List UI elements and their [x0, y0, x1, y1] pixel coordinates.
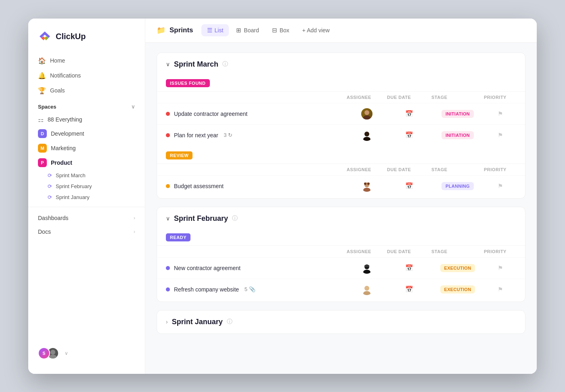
footer-chevron[interactable]: ∨ [65, 350, 68, 356]
task-stage-1: INITIATION [431, 110, 484, 118]
stage-badge-5: EXECUTION [440, 285, 475, 293]
sprint-march-info-icon[interactable]: ⓘ [222, 61, 228, 68]
col-stage-1: STAGE [431, 95, 484, 100]
sprint-february-label: Sprint February [56, 183, 92, 189]
flag-icon-4[interactable]: ⚑ [498, 264, 503, 272]
flag-icon-3[interactable]: ⚑ [498, 182, 503, 190]
stage-badge-1: INITIATION [442, 110, 474, 118]
task-count-5: 5 📎 [243, 286, 255, 292]
home-label: Home [50, 57, 65, 64]
box-icon: ⊟ [272, 27, 277, 34]
col-assignee-1: ASSIGNEE [347, 95, 387, 100]
sprint-january-label: Sprint January [56, 194, 90, 200]
sidebar-item-goals[interactable]: 🏆 Goals [28, 83, 145, 98]
task-stage-3: PLANNING [431, 182, 484, 190]
spaces-chevron[interactable]: ∨ [131, 104, 135, 110]
issues-found-badge: ISSUES FOUND [166, 79, 210, 87]
task-dot-3 [166, 184, 170, 188]
add-view-label: + Add view [302, 27, 330, 34]
col-stage-r: STAGE [431, 167, 484, 172]
logo-area: ClickUp [28, 30, 145, 53]
tab-board[interactable]: ⊞ Board [230, 24, 264, 36]
flag-icon-2[interactable]: ⚑ [498, 132, 503, 139]
col-duedate-r: DUE DATE [387, 167, 431, 172]
task-priority-1: ⚑ [484, 110, 516, 117]
svg-point-13 [363, 291, 370, 295]
sprint-january-info-icon[interactable]: ⓘ [227, 318, 232, 325]
col-duedate-1: DUE DATE [387, 95, 431, 100]
ready-badge: READY [166, 233, 190, 241]
calendar-icon-4[interactable]: 📅 [405, 264, 413, 272]
table-row[interactable]: Plan for next year 3 ↻ 📅 INITIA [157, 124, 525, 146]
sprint-march-icon: ⟳ [48, 172, 52, 178]
sprint-february-icon: ⟳ [48, 183, 52, 189]
group-issues-found-header: ISSUES FOUND [157, 75, 525, 91]
docs-arrow: › [134, 229, 135, 235]
sidebar-item-dashboards[interactable]: Dashboards › [28, 211, 145, 225]
col-task-label-ready [166, 249, 347, 254]
svg-point-7 [363, 188, 370, 192]
task-stage-2: INITIATION [431, 131, 484, 139]
sprint-february-toggle[interactable]: ∨ [166, 215, 170, 222]
col-priority-r: PRIORITY [484, 167, 516, 172]
svg-point-5 [363, 137, 370, 141]
page-title-text: Sprints [170, 26, 193, 34]
sprint-january-section: › Sprint January ⓘ [157, 310, 525, 334]
sidebar-item-sprint-february[interactable]: ⟳ Sprint February [28, 181, 145, 192]
flag-icon-5[interactable]: ⚑ [498, 286, 503, 293]
avatar-person2 [361, 130, 372, 141]
calendar-icon-3[interactable]: 📅 [405, 182, 413, 190]
user-avatar-stack: S [38, 347, 59, 359]
table-row[interactable]: Refresh company website 5 📎 📅 [157, 279, 525, 300]
sidebar-item-product[interactable]: P Product [28, 155, 145, 170]
sidebar-item-home[interactable]: 🏠 Home [28, 53, 145, 68]
sprint-february-header: ∨ Sprint February ⓘ [157, 207, 525, 229]
product-label: Product [51, 159, 72, 166]
view-tabs: ☰ List ⊞ Board ⊟ Box + Add view [201, 24, 335, 36]
flag-icon-1[interactable]: ⚑ [498, 110, 503, 117]
task-assignee-4 [347, 262, 387, 274]
sidebar-item-everything[interactable]: ⚏ 88 Everything [28, 113, 145, 126]
sidebar-item-notifications[interactable]: 🔔 Notifications [28, 68, 145, 83]
sidebar-item-marketing[interactable]: M Marketing [28, 141, 145, 155]
col-assignee-ready: ASSIGNEE [347, 249, 387, 254]
table-row[interactable]: Budget assessment 📅 PLANNING [157, 175, 525, 197]
development-label: Development [51, 130, 84, 137]
task-label-5: Refresh company website [174, 286, 239, 293]
tab-box[interactable]: ⊟ Box [266, 24, 295, 36]
sprint-january-toggle[interactable]: › [166, 319, 168, 325]
svg-point-4 [364, 132, 369, 136]
table-header-review: ASSIGNEE DUE DATE STAGE PRIORITY [157, 164, 525, 175]
sidebar-item-development[interactable]: D Development [28, 126, 145, 141]
add-view-button[interactable]: + Add view [297, 25, 335, 36]
table-row[interactable]: New contractor agreement 📅 EXECUTION [157, 257, 525, 279]
calendar-icon-1[interactable]: 📅 [405, 110, 413, 117]
task-label-3: Budget assessment [174, 183, 224, 189]
sidebar-item-sprint-january[interactable]: ⟳ Sprint January [28, 192, 145, 203]
task-dot-1 [166, 112, 170, 116]
sidebar-footer: S ∨ [28, 341, 145, 366]
sidebar-item-docs[interactable]: Docs › [28, 225, 145, 239]
table-row[interactable]: Update contractor agreement 📅 INITIATION [157, 103, 525, 124]
sprint-march-label: Sprint March [56, 172, 86, 178]
logo-text: ClickUp [56, 32, 86, 41]
home-icon: 🏠 [38, 57, 45, 65]
task-name-3: Budget assessment [166, 183, 347, 189]
tab-list[interactable]: ☰ List [201, 24, 229, 36]
sprint-march-toggle[interactable]: ∨ [166, 61, 170, 67]
docs-label: Docs [38, 228, 51, 235]
sprint-february-info-icon[interactable]: ⓘ [232, 215, 238, 222]
task-name-2: Plan for next year 3 ↻ [166, 132, 347, 138]
avatar-user-1: S [38, 347, 50, 359]
task-date-5: 📅 [387, 285, 431, 293]
task-date-1: 📅 [387, 110, 431, 117]
task-label-4: New contractor agreement [174, 265, 241, 271]
group-ready-header: READY [157, 229, 525, 245]
sidebar-item-sprint-march[interactable]: ⟳ Sprint March [28, 170, 145, 181]
group-review-header: REVIEW [157, 147, 525, 164]
list-icon: ☰ [207, 27, 212, 34]
calendar-icon-2[interactable]: 📅 [405, 131, 413, 139]
sprint-march-header: ∨ Sprint March ⓘ [157, 53, 525, 75]
group-ready: READY ASSIGNEE DUE DATE STAGE PRIORITY N… [157, 229, 525, 300]
calendar-icon-5[interactable]: 📅 [405, 285, 413, 293]
